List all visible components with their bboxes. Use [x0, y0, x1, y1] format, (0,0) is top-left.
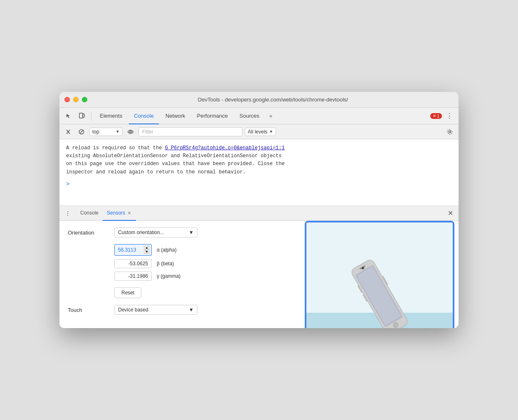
svg-rect-0 — [79, 113, 83, 118]
console-message-row: A reload is required so that the G_P6rpR… — [66, 144, 452, 176]
svg-rect-1 — [83, 114, 84, 117]
console-prompt[interactable]: > — [66, 180, 452, 189]
settings-icon[interactable] — [444, 126, 455, 137]
sensors-panel: Orientation Custom orientation... ▼ 56.3… — [59, 221, 459, 328]
traffic-lights — [64, 97, 87, 102]
phone-model — [346, 239, 413, 328]
window-title: DevTools - developers.google.com/web/too… — [92, 96, 454, 103]
alpha-down-button[interactable]: ▼ — [144, 250, 150, 254]
gamma-input[interactable]: -31.1986 — [114, 272, 152, 281]
devtools-window: DevTools - developers.google.com/web/too… — [59, 92, 459, 328]
tab-sources[interactable]: Sources — [234, 108, 264, 124]
panel-menu-icon[interactable]: ⋮ — [63, 208, 73, 218]
orientation-label: Orientation — [68, 230, 109, 236]
alpha-label: α (alpha) — [157, 247, 190, 253]
maximize-button[interactable] — [82, 97, 87, 102]
phone-viz-inner — [306, 222, 453, 328]
devtools-menu-icon[interactable]: ⋮ — [444, 110, 455, 122]
gamma-label: γ (gamma) — [157, 273, 190, 279]
close-button[interactable] — [64, 97, 70, 102]
close-panel-button[interactable]: ✕ — [445, 208, 455, 218]
tab-performance[interactable]: Performance — [192, 108, 233, 124]
alpha-input[interactable]: 56.3113 ▲ ▼ — [114, 244, 152, 256]
alpha-up-button[interactable]: ▲ — [144, 246, 150, 250]
log-level-selector[interactable]: All levels ▼ — [245, 128, 276, 136]
touch-label: Touch — [68, 307, 109, 313]
beta-label: β (beta) — [157, 261, 190, 267]
device-toolbar-icon[interactable] — [76, 110, 88, 122]
tab-console[interactable]: Console — [129, 108, 159, 124]
eye-icon[interactable] — [125, 126, 136, 137]
svg-marker-2 — [66, 130, 70, 134]
svg-point-6 — [449, 131, 451, 133]
title-bar: DevTools - developers.google.com/web/too… — [59, 92, 459, 108]
console-message-text: A reload is required so that the G_P6rpR… — [66, 144, 452, 176]
error-badge[interactable]: ✕ 1 — [430, 113, 442, 119]
bottom-panel: ⋮ Console Sensors × ✕ Orientation Custom… — [59, 206, 459, 328]
more-tabs-button[interactable]: » — [266, 108, 276, 124]
beta-input[interactable]: -53.0625 — [114, 259, 152, 268]
main-toolbar: Elements Console Network Performance Sou… — [59, 108, 459, 124]
reset-button[interactable]: Reset — [114, 287, 141, 298]
select-tool-icon[interactable] — [63, 110, 74, 122]
dropdown-arrow-icon: ▼ — [189, 230, 194, 235]
svg-point-5 — [130, 131, 131, 133]
filter-input[interactable]: Filter — [138, 127, 242, 136]
touch-dropdown[interactable]: Device based ▼ — [114, 305, 197, 315]
tab-network[interactable]: Network — [160, 108, 190, 124]
panel-tabs: ⋮ Console Sensors × ✕ — [59, 206, 459, 221]
svg-line-4 — [80, 130, 83, 133]
panel-tab-console[interactable]: Console — [76, 206, 103, 221]
console-link[interactable]: G_P6rpRSr4g?autohide…o=0&enablejsapi=1:1 — [165, 145, 285, 151]
minimize-button[interactable] — [73, 97, 79, 102]
context-selector[interactable]: top ▼ — [89, 128, 123, 136]
alpha-spinners: ▲ ▼ — [144, 246, 150, 254]
touch-dropdown-arrow-icon: ▼ — [189, 307, 194, 313]
phone-visualization — [305, 221, 454, 328]
sensors-close-icon[interactable]: × — [127, 210, 132, 216]
orientation-dropdown[interactable]: Custom orientation... ▼ — [114, 227, 197, 237]
console-toolbar: top ▼ Filter All levels ▼ — [59, 124, 459, 139]
clear-console-icon[interactable] — [63, 126, 74, 137]
toolbar-separator — [91, 112, 91, 120]
tab-elements[interactable]: Elements — [95, 108, 127, 124]
panel-tab-sensors[interactable]: Sensors × — [103, 206, 136, 221]
console-output: A reload is required so that the G_P6rpR… — [59, 139, 459, 206]
toolbar-right: ✕ 1 ⋮ — [429, 110, 455, 122]
block-icon[interactable] — [76, 126, 87, 137]
